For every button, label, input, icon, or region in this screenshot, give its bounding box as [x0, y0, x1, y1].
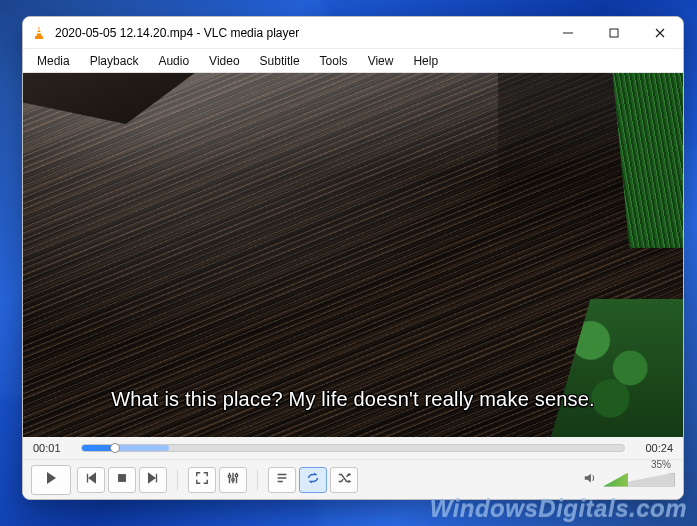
svg-point-5 [228, 475, 230, 477]
menu-view[interactable]: View [360, 52, 402, 70]
skip-next-icon [146, 471, 160, 488]
menu-media[interactable]: Media [29, 52, 78, 70]
minimize-button[interactable] [545, 17, 591, 48]
speaker-icon[interactable] [583, 471, 597, 488]
fullscreen-button[interactable] [188, 467, 216, 493]
video-area[interactable]: What is this place? My life doesn't real… [23, 73, 683, 437]
stop-button[interactable] [108, 467, 136, 493]
svg-rect-0 [35, 36, 43, 39]
seek-track[interactable] [81, 444, 625, 452]
extended-settings-button[interactable] [219, 467, 247, 493]
svg-rect-2 [36, 32, 41, 33]
svg-point-6 [232, 479, 234, 481]
svg-rect-3 [610, 29, 618, 37]
equalizer-icon [226, 471, 240, 488]
time-elapsed[interactable]: 00:01 [33, 442, 73, 454]
volume-control: 35% [583, 470, 675, 490]
previous-button[interactable] [77, 467, 105, 493]
controls-bar: 35% [23, 459, 683, 499]
time-duration[interactable]: 00:24 [633, 442, 673, 454]
menu-tools[interactable]: Tools [312, 52, 356, 70]
shuffle-button[interactable] [330, 467, 358, 493]
vlc-cone-icon [31, 25, 47, 41]
svg-point-7 [235, 474, 237, 476]
stop-icon [115, 471, 129, 488]
playlist-icon [275, 471, 289, 488]
play-icon [43, 470, 59, 489]
menubar: Media Playback Audio Video Subtitle Tool… [23, 49, 683, 73]
svg-rect-1 [37, 29, 41, 30]
fullscreen-icon [195, 471, 209, 488]
window-title: 2020-05-05 12.14.20.mp4 - VLC media play… [55, 26, 299, 40]
seekbar: 00:01 00:24 [23, 437, 683, 459]
menu-playback[interactable]: Playback [82, 52, 147, 70]
loop-button[interactable] [299, 467, 327, 493]
volume-slider-fill [603, 473, 628, 487]
vlc-window: 2020-05-05 12.14.20.mp4 - VLC media play… [22, 16, 684, 500]
separator [177, 469, 178, 491]
separator [257, 469, 258, 491]
menu-subtitle[interactable]: Subtitle [252, 52, 308, 70]
menu-audio[interactable]: Audio [150, 52, 197, 70]
volume-slider[interactable] [603, 470, 675, 490]
menu-help[interactable]: Help [405, 52, 446, 70]
menu-video[interactable]: Video [201, 52, 247, 70]
next-button[interactable] [139, 467, 167, 493]
subtitle-text: What is this place? My life doesn't real… [111, 388, 595, 411]
close-button[interactable] [637, 17, 683, 48]
shuffle-icon [337, 471, 351, 488]
titlebar[interactable]: 2020-05-05 12.14.20.mp4 - VLC media play… [23, 17, 683, 49]
maximize-button[interactable] [591, 17, 637, 48]
skip-previous-icon [84, 471, 98, 488]
volume-percent-label: 35% [651, 459, 671, 470]
play-button[interactable] [31, 465, 71, 495]
playlist-button[interactable] [268, 467, 296, 493]
svg-rect-4 [118, 474, 126, 482]
seek-knob[interactable] [110, 443, 120, 453]
loop-icon [306, 471, 320, 488]
